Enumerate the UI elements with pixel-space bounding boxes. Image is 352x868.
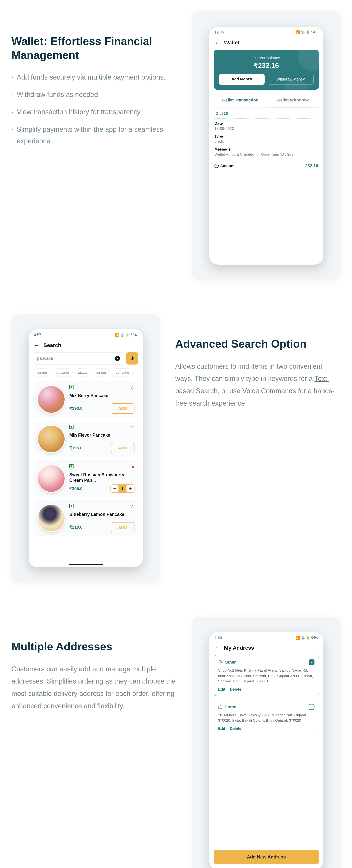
back-icon[interactable]: ← xyxy=(214,645,220,651)
wallet-tabs: Wallet Transaction Wallet Withdraw xyxy=(214,93,319,107)
favorite-icon[interactable]: ♡ xyxy=(130,425,135,431)
address-text: Multiple Addresses Customers can easily … xyxy=(11,617,177,712)
search-heading: Advanced Search Option xyxy=(175,337,341,351)
address-card[interactable]: Other ✓ Shop No2 Near Krishna Patrul Pum… xyxy=(214,655,319,696)
back-icon[interactable]: ← xyxy=(214,39,220,46)
title-bar: ← Wallet xyxy=(209,36,323,50)
wallet-body: Current Balance ₹232.16 Add Money Withdr… xyxy=(209,50,323,265)
withdraw-button[interactable]: Withdraw Money xyxy=(268,74,314,85)
date-value: 18-09-2023 xyxy=(214,126,318,131)
search-section: Advanced Search Option Allows customers … xyxy=(0,314,352,583)
food-card[interactable]: ♡ Bluebarry Lemon Pancake ₹210.0ADD xyxy=(33,500,138,536)
pin-icon xyxy=(218,660,223,664)
wallet-phone: 12:46 📶 📡 🔋 54% ← Wallet Current Balance… xyxy=(209,27,323,265)
address-tag: Other xyxy=(225,660,236,665)
edit-button[interactable]: Edit xyxy=(218,687,225,691)
add-button[interactable]: ADD xyxy=(111,403,135,414)
veg-icon xyxy=(69,464,74,468)
txn-id: ID #526 xyxy=(214,111,318,119)
back-icon[interactable]: ← xyxy=(34,342,40,348)
status-icons: 📶 📡 🔋 54% xyxy=(296,30,318,34)
search-phone-wrap: 4:57 📶 📡 🔋 83% ← Search pancake ✕ xyxy=(11,314,160,583)
bullet: Simplify payments within the app for a s… xyxy=(11,124,177,147)
page-title: Search xyxy=(43,342,61,348)
clock: 12:46 xyxy=(214,30,224,34)
tab-withdraw[interactable]: Wallet Withdraw xyxy=(266,93,319,107)
address-text: Shop No2 Near Krishna Patrul Pump, Sanjo… xyxy=(218,668,315,684)
clear-icon[interactable]: ✕ xyxy=(115,356,120,361)
clock: 5:35 xyxy=(214,636,222,640)
status-icons: 📶 📡 🔋 64% xyxy=(296,636,318,640)
status-icons: 📶 📡 🔋 83% xyxy=(115,333,138,337)
wallet-heading: Wallet: Effortless Financial Management xyxy=(11,34,177,62)
transaction-card: ID #526 Date18-09-2023 Typecredit Messag… xyxy=(214,107,319,172)
chip-row: burger brownie pizza burger pancake xyxy=(33,368,138,377)
price: ₹195.0 xyxy=(69,445,83,451)
edit-button[interactable]: Edit xyxy=(218,726,225,731)
bullet: Withdraw funds as needed. xyxy=(11,89,177,100)
address-heading: Multiple Addresses xyxy=(11,640,177,653)
food-card[interactable]: ♡ Min Flevor Pancake ₹195.0ADD xyxy=(33,421,138,457)
msg-value: Wallet Amount Credited for Order Item ID… xyxy=(214,152,318,157)
food-name: Sweet Russian Strawberry Cream Pan... xyxy=(69,472,135,483)
food-card[interactable]: ♥ Sweet Russian Strawberry Cream Pan... … xyxy=(33,461,138,497)
search-input[interactable]: pancake ✕ xyxy=(33,352,124,365)
page-title: My Address xyxy=(224,645,254,651)
chip[interactable]: burger xyxy=(33,368,51,377)
checkbox[interactable] xyxy=(309,704,315,710)
title-bar: ← Search xyxy=(29,339,143,352)
tab-transaction[interactable]: Wallet Transaction xyxy=(214,93,266,107)
veg-icon xyxy=(69,504,74,508)
favorite-icon[interactable]: ♡ xyxy=(130,385,135,391)
delete-button[interactable]: Delete xyxy=(230,687,241,691)
favorite-icon[interactable]: ♥ xyxy=(131,464,135,470)
food-image xyxy=(37,385,65,414)
food-name: Min Flevor Pancake xyxy=(69,432,135,438)
mic-icon xyxy=(130,356,135,361)
price: ₹210.0 xyxy=(69,525,83,530)
home-indicator xyxy=(68,564,103,565)
address-card[interactable]: Home 28, Mundra, Bakali Colony, Bhuj, Mi… xyxy=(214,700,319,735)
qty-stepper: − 1 + xyxy=(111,485,135,493)
amount-value: 232.16 xyxy=(305,163,318,168)
wallet-phone-wrap: 12:46 📶 📡 🔋 54% ← Wallet Current Balance… xyxy=(192,11,341,280)
bullet: Add funds securely via multiple payment … xyxy=(11,71,177,83)
amount-label: Amount xyxy=(220,164,235,168)
svg-point-0 xyxy=(220,661,221,662)
price: ₹205.0 xyxy=(69,486,83,491)
address-phone: 5:35 📶 📡 🔋 64% ← My Address Other ✓ Shop… xyxy=(209,632,323,868)
food-image xyxy=(37,464,65,493)
address-phone-wrap: 5:35 📶 📡 🔋 64% ← My Address Other ✓ Shop… xyxy=(192,617,341,868)
food-card[interactable]: ♡ Mix Berry Pancake ₹190.0ADD xyxy=(33,381,138,417)
veg-icon xyxy=(69,425,74,429)
chip[interactable]: pancake xyxy=(112,368,133,377)
rupee-icon: ₹ xyxy=(214,164,219,168)
delete-button[interactable]: Delete xyxy=(230,726,241,731)
home-icon xyxy=(218,705,223,709)
page-title: Wallet xyxy=(224,40,239,46)
type-value: credit xyxy=(214,140,318,144)
clock: 4:57 xyxy=(34,333,41,337)
underline-text: Voice Commands xyxy=(242,387,296,395)
add-address-button[interactable]: Add New Address xyxy=(214,850,319,864)
chip[interactable]: brownie xyxy=(53,368,73,377)
price: ₹190.0 xyxy=(69,406,83,411)
bullet: View transaction history for transparenc… xyxy=(11,106,177,118)
add-money-button[interactable]: Add Money xyxy=(219,74,265,85)
plus-button[interactable]: + xyxy=(126,485,134,492)
address-text: 28, Mundra, Bakali Colony, Bhuj, Mirjapa… xyxy=(218,712,315,723)
mic-button[interactable] xyxy=(126,352,138,365)
food-name: Mix Berry Pancake xyxy=(69,393,135,398)
minus-button[interactable]: − xyxy=(111,485,118,492)
add-button[interactable]: ADD xyxy=(111,443,135,453)
chip[interactable]: burger xyxy=(92,368,110,377)
favorite-icon[interactable]: ♡ xyxy=(130,504,135,510)
checkbox[interactable]: ✓ xyxy=(309,659,315,665)
status-bar: 4:57 📶 📡 🔋 83% xyxy=(29,329,143,339)
chip[interactable]: pizza xyxy=(75,368,90,377)
type-label: Type xyxy=(214,134,318,138)
search-value: pancake xyxy=(37,356,53,361)
qty-value: 1 xyxy=(119,486,126,491)
date-label: Date xyxy=(214,121,318,126)
add-button[interactable]: ADD xyxy=(111,522,135,532)
